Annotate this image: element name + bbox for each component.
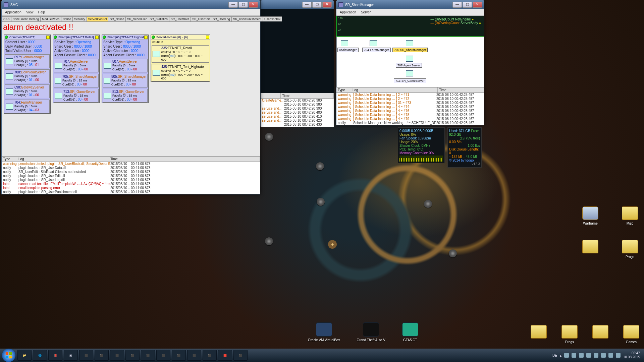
card-shard-64[interactable]: Shard[64][TENNET Retail] Service Type : … <box>53 35 100 103</box>
tab-servercontrol[interactable]: ServerControl <box>87 16 109 21</box>
smc-log-body[interactable]: warnningpermission denied, plugin: SR_Us… <box>2 162 260 194</box>
tray-icon[interactable] <box>564 353 569 358</box>
menu-item[interactable]: Application <box>340 10 356 14</box>
machine-entry[interactable]: 435:TENNET_Test_Highrate cpu(%) : 0 ~ 0 … <box>152 64 209 81</box>
status-corner <box>144 36 148 39</box>
taskbar-app-button[interactable]: ⬛ <box>79 350 93 361</box>
tray-icon[interactable] <box>608 353 613 358</box>
desktop-icon-folder[interactable] <box>531 325 547 344</box>
topology-pane[interactable]: obalManager 704-FarmManager 705-SR_Shard… <box>336 37 484 87</box>
log-row: 2015-08-10 00:42:20 380 <box>261 103 334 107</box>
tray-icon[interactable] <box>601 353 606 358</box>
tab-security[interactable]: Security <box>72 16 87 21</box>
tab-sr_useredit[interactable]: SR_UserEdit <box>191 16 211 21</box>
taskbar-app-button[interactable]: 🌐 <box>33 350 47 361</box>
taskbar-app-button[interactable]: 📕 <box>48 350 62 361</box>
tray-icon[interactable] <box>579 353 584 358</box>
tab-sr_scheduler[interactable]: SR_Scheduler <box>125 16 148 21</box>
node-globalmanager[interactable]: obalManager <box>337 48 359 52</box>
smc-titlebar[interactable]: SMC — ▢ ✕ <box>2 0 260 9</box>
screw-decoration <box>265 133 273 141</box>
node-gameserver[interactable]: 713-SR_GameServer <box>394 78 426 83</box>
tray-icon[interactable] <box>586 353 591 358</box>
desktop-icon-progs[interactable]: Progs <box>561 325 578 344</box>
add-circle-icon[interactable]: ＋ <box>328 240 337 249</box>
server-entry[interactable]: 698:GatewayServer Faculty [0] : 0 ms Cor… <box>5 84 50 98</box>
desktop-icon-folder[interactable] <box>592 325 608 344</box>
tray-lang[interactable]: DE <box>552 354 557 357</box>
tab-sr_userpunishment[interactable]: SR_UserPunishment <box>231 16 263 21</box>
taskbar-app-button[interactable]: ⬛ <box>203 350 217 361</box>
taskbar-app-button[interactable]: ▣ <box>64 350 78 361</box>
taskbar-app-button[interactable]: ⬛ <box>95 350 109 361</box>
credit-link[interactable]: © 2014 by Igogo <box>449 159 474 162</box>
monitor-icon <box>406 40 413 46</box>
close-button[interactable]: ✕ <box>249 2 258 8</box>
taskbar-app-button[interactable]: ⬛ <box>187 350 201 361</box>
desktop-icon-gtav[interactable]: Grand Theft Auto V <box>357 322 385 342</box>
menu-item[interactable]: Server <box>361 10 371 14</box>
desktop-icon-progs[interactable]: Progs <box>622 240 638 259</box>
minimize-button[interactable]: — <box>452 2 462 8</box>
tab-modulepatch[interactable]: ModulePatch <box>40 16 61 21</box>
desktop-icon-misc[interactable]: Misc <box>622 206 638 225</box>
minimize-button[interactable]: — <box>228 2 238 8</box>
minimize-button[interactable]: — <box>302 2 312 8</box>
maximize-button[interactable]: ▢ <box>238 2 248 8</box>
server-entry[interactable]: 713:SR_GameServer Faculty [0] : 15 ms Co… <box>54 89 99 103</box>
server-entry[interactable]: 813:SR_GameServer Faculty [0] : 15 ms Co… <box>103 89 148 103</box>
menu-item[interactable]: Application <box>5 10 21 14</box>
close-button[interactable]: ✕ <box>322 2 332 8</box>
monitor-icon <box>153 51 160 57</box>
menu-item[interactable]: View <box>26 10 34 14</box>
server-entry[interactable]: 807:AgentServer Faculty [0] : 0 ms Cord(… <box>103 59 148 72</box>
card-common[interactable]: Common[TENNET] Content User : 0000Daily … <box>4 35 51 114</box>
card-shard-65[interactable]: Shard[65][TENNET Highrate] Service Type … <box>102 35 149 103</box>
start-button[interactable] <box>2 349 15 362</box>
status-corner <box>46 36 50 39</box>
tray-icon[interactable] <box>572 353 576 358</box>
tray-icon[interactable] <box>616 353 621 358</box>
server-entry[interactable]: 707:AgentServer Faculty [0] : 0 ms Cord(… <box>54 59 99 72</box>
server-entry[interactable]: 700:DownloadServer Faculty [0] : 0 ms Co… <box>5 69 50 83</box>
tab-sr_notice[interactable]: SR_Notice <box>108 16 126 21</box>
desktop-icon-warframe[interactable]: Warframe <box>582 206 598 225</box>
desktop-icon-gta5ct[interactable]: GTA5.CT <box>402 322 418 342</box>
taskbar-app-button[interactable]: 🟥 <box>218 350 232 361</box>
desktop-icon-virtualbox[interactable]: Oracle VM VirtualBox <box>308 322 340 342</box>
taskbar-app-button[interactable]: ⬛ <box>125 350 140 361</box>
tab-usercontrol[interactable]: UserControl <box>263 16 282 21</box>
tray-icon[interactable] <box>594 353 598 358</box>
desktop-icon-folder[interactable] <box>582 240 598 259</box>
server-entry[interactable]: 704:FarmManager Faculty [0] : 0 ms Cord(… <box>5 100 50 113</box>
taskbar-app-button[interactable]: ⬛ <box>141 350 155 361</box>
node-shardmanager[interactable]: 705-SR_ShardManager <box>392 48 428 52</box>
server-entry[interactable]: 805:SR_ShardManager Faculty [0] : 15 ms … <box>103 74 148 87</box>
desktop-icon-games[interactable]: Games <box>623 325 639 344</box>
taskbar-app-button[interactable]: ⬛ <box>110 350 124 361</box>
card-server-machine[interactable]: ServerMachine [0] ~ [6] count: 2 335:TEN… <box>151 35 210 82</box>
taskbar-app-button[interactable]: 📁 <box>17 350 32 361</box>
node-agentserver[interactable]: 707-AgentServer <box>396 63 422 68</box>
maximize-button[interactable]: ▢ <box>463 2 472 8</box>
close-button[interactable]: ✕ <box>473 2 482 8</box>
machine-entry[interactable]: 335:TENNET_Retail cpu(%) : 0 ~ 0 ~ 0 ~ 0… <box>152 45 209 63</box>
tab-sr_userdata[interactable]: SR_UserData <box>169 16 191 21</box>
tab-concurrentuserlog[interactable]: ConcurrentUserLog <box>11 16 41 21</box>
tab-notice[interactable]: Notice <box>61 16 73 21</box>
server-entry[interactable]: 697:GlobalManager Faculty [0] : 0 ms Cor… <box>5 54 50 68</box>
shard-log-body[interactable]: warnning[ Schedule Data Inserting … ] 2 … <box>336 93 484 125</box>
taskbar-app-button[interactable]: ⬛ <box>156 350 170 361</box>
server-entry[interactable]: 705:SR_ShardManager Faculty [0] : 15 ms … <box>54 74 99 87</box>
taskbar-app-button[interactable]: ⬛ <box>172 350 186 361</box>
tray-clock[interactable]: 00:4710.08.2015 <box>623 351 642 359</box>
tab-cas[interactable]: CAS <box>2 16 11 21</box>
tab-sr_statistics[interactable]: SR_Statistics <box>148 16 169 21</box>
status-corner <box>206 36 209 39</box>
shard-titlebar[interactable]: SR_ShardManager — ▢ ✕ <box>336 0 484 9</box>
menu-item[interactable]: Help <box>38 10 45 14</box>
node-farmmanager[interactable]: 704-FarmManager <box>362 48 391 52</box>
taskbar-app-button[interactable]: ⬛ <box>233 350 248 361</box>
tab-sr_userlog[interactable]: SR_UserLog <box>211 16 232 21</box>
maximize-button[interactable]: ▢ <box>312 2 322 8</box>
